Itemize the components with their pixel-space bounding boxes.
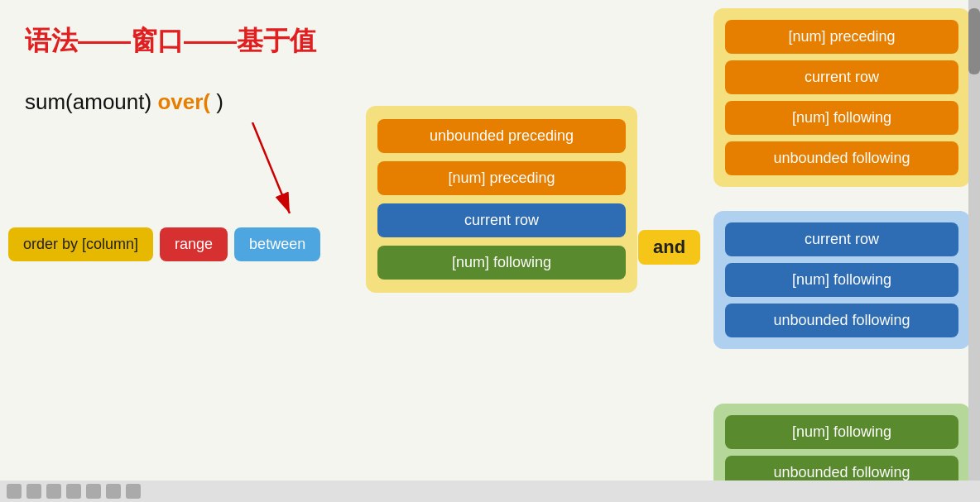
- ry-num-preceding: [num] preceding: [725, 20, 958, 54]
- rb-current-row: current row: [725, 222, 958, 256]
- and-keyword: and: [638, 230, 700, 265]
- mid-current-row: current row: [377, 203, 626, 237]
- mid-num-preceding: [num] preceding: [377, 161, 626, 195]
- range-pill: range: [160, 227, 228, 261]
- sum-text: sum(amount): [25, 89, 157, 114]
- over-keyword: over(: [157, 89, 210, 114]
- ry-unbounded-following: unbounded following: [725, 141, 958, 175]
- svg-line-1: [252, 122, 290, 213]
- arrow-svg: [244, 122, 310, 230]
- rb-num-following: [num] following: [725, 263, 958, 297]
- scrollbar[interactable]: [968, 0, 980, 502]
- toolbar-btn-7[interactable]: [126, 484, 141, 499]
- order-by-pill: order by [column]: [8, 227, 153, 261]
- page-title: 语法——窗口——基于值: [25, 23, 316, 60]
- arrow-indicator: [244, 122, 310, 233]
- toolbar-btn-6[interactable]: [106, 484, 121, 499]
- rg-num-following: [num] following: [725, 415, 958, 449]
- scrollbar-thumb[interactable]: [968, 8, 980, 74]
- rb-unbounded-following: unbounded following: [725, 304, 958, 337]
- toolbar-btn-5[interactable]: [86, 484, 101, 499]
- between-pill: between: [234, 227, 320, 261]
- mid-num-following: [num] following: [377, 246, 626, 280]
- left-keyword-pills: order by [column] range between: [8, 227, 320, 261]
- toolbar-btn-4[interactable]: [66, 484, 81, 499]
- ry-current-row: current row: [725, 60, 958, 94]
- right-yellow-options-box: [num] preceding current row [num] follow…: [713, 8, 970, 187]
- ry-num-following: [num] following: [725, 101, 958, 135]
- mid-options-box: unbounded preceding [num] preceding curr…: [366, 106, 637, 293]
- mid-unbounded-preceding: unbounded preceding: [377, 119, 626, 153]
- toolbar-btn-2[interactable]: [26, 484, 41, 499]
- toolbar-btn-3[interactable]: [46, 484, 61, 499]
- paren-close: ): [210, 89, 223, 114]
- sum-expression: sum(amount) over( ): [25, 89, 223, 115]
- toolbar-btn-1[interactable]: [7, 484, 22, 499]
- right-blue-options-box: current row [num] following unbounded fo…: [713, 211, 970, 349]
- bottom-toolbar: [0, 480, 980, 502]
